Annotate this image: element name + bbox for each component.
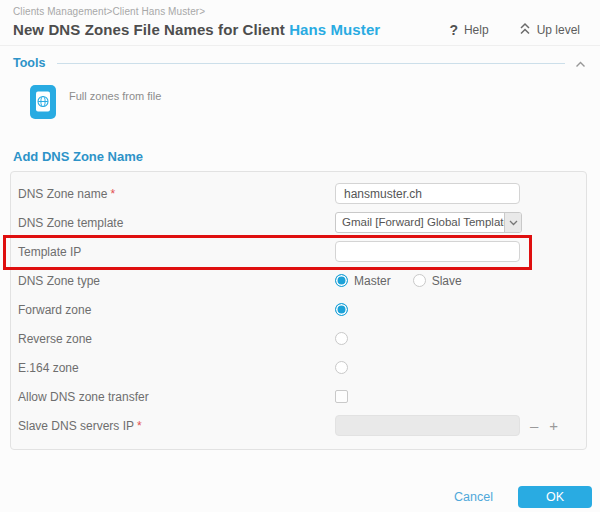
select-dropdown-button[interactable] bbox=[504, 213, 521, 232]
double-chevron-up-icon bbox=[519, 22, 531, 38]
allow-dns-zone-transfer-label: Allow DNS zone transfer bbox=[18, 390, 335, 404]
allow-dns-zone-transfer-checkbox[interactable] bbox=[335, 390, 348, 403]
row-dns-zone-type: DNS Zone type Master Slave bbox=[18, 270, 578, 291]
radio-master[interactable] bbox=[335, 274, 348, 287]
radio-reverse-zone[interactable] bbox=[335, 332, 348, 345]
dns-zone-name-label: DNS Zone name* bbox=[18, 187, 335, 201]
form-heading: Add DNS Zone Name bbox=[13, 149, 600, 164]
required-marker: * bbox=[110, 187, 115, 201]
breadcrumb[interactable]: Clients Management>Client Hans Muster> bbox=[13, 6, 586, 17]
tool-full-zones-from-file[interactable]: Full zones from file bbox=[30, 85, 586, 119]
up-level-label: Up level bbox=[537, 23, 580, 37]
radio-forward-zone[interactable] bbox=[335, 303, 348, 316]
page-title-client-name: Hans Muster bbox=[289, 21, 380, 38]
slave-dns-servers-ip-input bbox=[335, 415, 520, 436]
row-e164-zone: E.164 zone bbox=[18, 357, 578, 378]
page-header: Clients Management>Client Hans Muster> N… bbox=[0, 0, 600, 46]
radio-e164-zone[interactable] bbox=[335, 361, 348, 374]
e164-zone-label: E.164 zone bbox=[18, 361, 335, 375]
dns-zone-name-input[interactable] bbox=[335, 183, 520, 204]
radio-master-label: Master bbox=[354, 274, 391, 288]
ok-button[interactable]: OK bbox=[518, 486, 592, 508]
page-title: New DNS Zones File Names for Client Hans… bbox=[13, 21, 380, 38]
row-forward-zone: Forward zone bbox=[18, 299, 578, 320]
dns-zone-template-selected-value: Gmail [Forward] Global Template bbox=[336, 213, 504, 232]
tool-label: Full zones from file bbox=[69, 85, 169, 103]
page-title-text: New DNS Zones File Names for Client bbox=[13, 21, 289, 38]
dns-zone-template-select[interactable]: Gmail [Forward] Global Template bbox=[335, 212, 522, 233]
add-server-button[interactable]: + bbox=[549, 418, 558, 433]
row-reverse-zone: Reverse zone bbox=[18, 328, 578, 349]
required-marker: * bbox=[137, 419, 142, 433]
cancel-button[interactable]: Cancel bbox=[454, 490, 493, 504]
section-divider bbox=[57, 63, 565, 64]
help-button[interactable]: ? Help bbox=[449, 22, 488, 38]
collapse-chevron-icon[interactable] bbox=[575, 54, 586, 72]
row-dns-zone-template: DNS Zone template Gmail [Forward] Global… bbox=[18, 212, 578, 233]
reverse-zone-label: Reverse zone bbox=[18, 332, 335, 346]
radio-slave-label: Slave bbox=[432, 274, 462, 288]
help-icon: ? bbox=[449, 22, 458, 38]
dns-zones-file-icon bbox=[30, 85, 56, 119]
up-level-button[interactable]: Up level bbox=[519, 22, 580, 38]
template-ip-label: Template IP bbox=[18, 245, 335, 259]
dns-zone-template-label: DNS Zone template bbox=[18, 216, 335, 230]
remove-server-button[interactable]: – bbox=[530, 418, 538, 433]
slave-dns-servers-ip-label: Slave DNS servers IP* bbox=[18, 419, 335, 433]
tools-section: Tools Full zones from file bbox=[0, 46, 600, 119]
help-label: Help bbox=[464, 23, 489, 37]
add-dns-zone-form: DNS Zone name* DNS Zone template Gmail [… bbox=[10, 171, 587, 450]
row-dns-zone-name: DNS Zone name* bbox=[18, 183, 578, 204]
form-footer: Cancel OK bbox=[0, 486, 600, 508]
tools-heading: Tools bbox=[13, 56, 45, 70]
row-allow-dns-zone-transfer: Allow DNS zone transfer bbox=[18, 386, 578, 407]
row-template-ip-highlighted: Template IP bbox=[18, 241, 578, 262]
template-ip-input[interactable] bbox=[335, 241, 520, 262]
radio-slave[interactable] bbox=[413, 274, 426, 287]
row-slave-dns-servers-ip: Slave DNS servers IP* – + bbox=[18, 415, 578, 436]
forward-zone-label: Forward zone bbox=[18, 303, 335, 317]
dns-zone-type-label: DNS Zone type bbox=[18, 274, 335, 288]
